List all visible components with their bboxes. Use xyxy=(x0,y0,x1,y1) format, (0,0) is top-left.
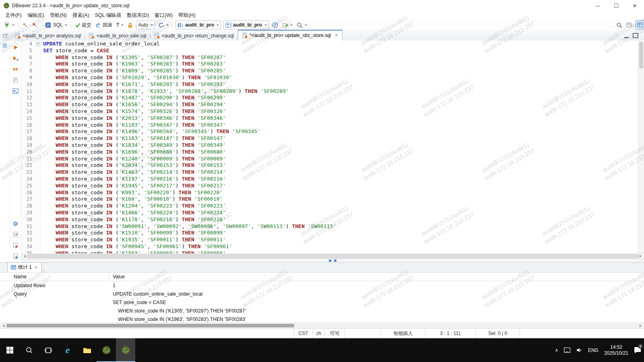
rollback-button[interactable]: 回滚 xyxy=(94,21,114,29)
code-line: WHEN store_code IN ('K1463', 'SF00214') … xyxy=(43,169,638,176)
editor-tab[interactable]: *<audit_bi_pro> update_sbz_store.sql× xyxy=(238,30,343,41)
pin-alt-button[interactable] xyxy=(30,21,39,29)
scroll-left-arrow-icon[interactable] xyxy=(23,255,26,258)
collapse-fold-icon[interactable] xyxy=(36,42,40,46)
table-row[interactable]: WHEN store_code IN ('K1963', 'SF00283') … xyxy=(0,315,644,323)
line-number: 23 xyxy=(21,169,32,176)
close-tab-icon[interactable]: × xyxy=(334,33,339,38)
terminal-icon xyxy=(12,88,19,94)
table-row[interactable]: SET store_code = CASE xyxy=(0,298,644,306)
menu-item[interactable]: 编辑(E) xyxy=(25,11,47,19)
tab-statistics[interactable]: 统计 1 × xyxy=(7,262,42,272)
close-tab-icon[interactable]: × xyxy=(34,265,38,270)
explain-plan-button[interactable] xyxy=(12,76,19,84)
scroll-left-arrow-icon[interactable] xyxy=(1,324,4,327)
panel-horizontal-scrollbar[interactable] xyxy=(0,323,644,328)
maximize-editor-button[interactable] xyxy=(633,33,638,38)
column-header-value[interactable]: Value xyxy=(109,274,125,280)
menu-item[interactable]: 导航(N) xyxy=(47,11,70,19)
scrollbar-thumb[interactable] xyxy=(639,42,643,68)
editor-tab[interactable]: <audit_bi_pro> return_change.sql xyxy=(151,31,238,41)
menu-item[interactable]: 窗口(W) xyxy=(152,11,175,19)
line-number: 29 xyxy=(21,210,32,216)
minimize-button[interactable]: ─ xyxy=(588,0,607,11)
line-number: 11 xyxy=(21,88,32,95)
scroll-right-arrow-icon[interactable] xyxy=(640,255,643,258)
menu-item[interactable]: 数据库(D) xyxy=(124,11,152,19)
taskbar-ie-button[interactable]: e xyxy=(58,338,77,362)
editor-horizontal-scrollbar[interactable] xyxy=(21,253,644,259)
taskbar-search-button[interactable] xyxy=(19,338,39,362)
editor-settings-button[interactable] xyxy=(12,220,19,227)
taskbar-explorer-button[interactable] xyxy=(77,338,97,362)
taskbar-dbeaver-active-button[interactable] xyxy=(116,338,135,362)
plug-icon xyxy=(4,22,10,28)
fold-margin-cell xyxy=(35,243,41,250)
menu-item[interactable]: 搜索(A) xyxy=(70,11,92,19)
save-log-button[interactable] xyxy=(12,242,19,249)
code-line: WHEN store_code IN ('SF00945', 'SF00961'… xyxy=(43,243,638,250)
new-sql-editor-button[interactable]: SQL xyxy=(43,21,69,29)
auto-sync-button[interactable] xyxy=(270,21,280,29)
commit-button[interactable]: 提交 xyxy=(73,21,93,29)
scrollbar-thumb[interactable] xyxy=(6,324,294,327)
search-toolbar-button[interactable] xyxy=(295,21,309,29)
export-button[interactable] xyxy=(281,21,294,29)
menu-item[interactable]: 文件(F) xyxy=(2,11,25,19)
document-icon xyxy=(13,77,18,83)
taskbar-dbeaver-button[interactable] xyxy=(97,338,116,362)
fold-margin-cell xyxy=(35,149,41,156)
execute-new-tab-button[interactable] xyxy=(12,55,19,62)
refresh-button[interactable] xyxy=(157,21,170,29)
menu-item[interactable]: 帮助(H) xyxy=(175,11,198,19)
panel-tabstrip: 统计 1 × xyxy=(0,263,644,273)
tray-show-hidden-button[interactable]: ∧ xyxy=(552,338,561,362)
scrollbar-thumb[interactable] xyxy=(27,254,638,258)
transaction-log-button[interactable]: T xyxy=(115,21,125,29)
tray-language-button[interactable]: ENG xyxy=(585,338,601,362)
statusbar: CSTzh可写智能插入3 : 1 : 111Sel: 0 | 0 xyxy=(0,328,644,338)
close-button[interactable]: ✕ xyxy=(625,0,644,11)
editor-tab[interactable]: <audit_bi_pro> sale.sql xyxy=(85,31,150,41)
editor-tab[interactable]: <audit_bi_pro> analysis.sql xyxy=(11,31,85,41)
database-navigator-button[interactable] xyxy=(1,42,8,49)
new-connection-button[interactable] xyxy=(2,21,16,29)
search-icon xyxy=(616,22,622,28)
code-area[interactable]: UPDATE custom_online_sale_order_localSET… xyxy=(41,41,638,253)
column-header-name[interactable]: Name xyxy=(0,273,109,281)
line-number: 27 xyxy=(21,196,32,203)
execute-statement-button[interactable] xyxy=(12,44,19,51)
splitter-sash[interactable] xyxy=(21,259,644,262)
open-console-button[interactable] xyxy=(12,87,19,95)
dbeaver-perspective-button[interactable] xyxy=(635,20,644,30)
dbeaver-logo-icon xyxy=(121,346,130,355)
tray-clock[interactable]: 14:52 2025/10/21 xyxy=(601,338,631,362)
menu-item[interactable]: SQL 编辑器 xyxy=(92,11,124,19)
clock-time: 14:52 xyxy=(610,344,622,350)
maximize-button[interactable]: ☐ xyxy=(607,0,625,11)
execute-script-button[interactable] xyxy=(12,66,19,73)
open-perspective-button[interactable] xyxy=(625,21,634,29)
quick-search-button[interactable] xyxy=(615,21,624,29)
task-view-button[interactable] xyxy=(39,338,58,362)
pin-button[interactable] xyxy=(21,21,29,29)
action-center-button[interactable]: 8 xyxy=(631,338,644,362)
start-button[interactable] xyxy=(0,338,19,362)
commit-mode-select[interactable]: Auto xyxy=(136,21,155,29)
line-number: 35 xyxy=(21,250,32,253)
tray-volume-button[interactable] xyxy=(573,338,585,362)
tray-tablet-button[interactable] xyxy=(561,338,573,362)
editor-vertical-scrollbar[interactable] xyxy=(638,41,644,253)
pin-icon xyxy=(32,22,37,28)
table-row[interactable]: WHEN store_code IN ('K1305', 'SF00287') … xyxy=(0,306,644,315)
scroll-right-arrow-icon[interactable] xyxy=(640,324,643,327)
table-row[interactable]: QueryUPDATE custom_online_sale_order_loc… xyxy=(0,290,644,298)
schema-select[interactable]: audit_bi_pro xyxy=(223,21,269,29)
connection-select[interactable]: audit_bi_pro xyxy=(175,21,221,29)
minimize-editor-button[interactable] xyxy=(624,33,629,38)
export-result-button[interactable] xyxy=(12,231,19,238)
lock-button[interactable] xyxy=(126,21,134,29)
table-row[interactable]: Updated Rows1 xyxy=(0,281,644,290)
restore-navigator-button[interactable] xyxy=(0,31,11,41)
output-view-button[interactable] xyxy=(12,253,19,260)
